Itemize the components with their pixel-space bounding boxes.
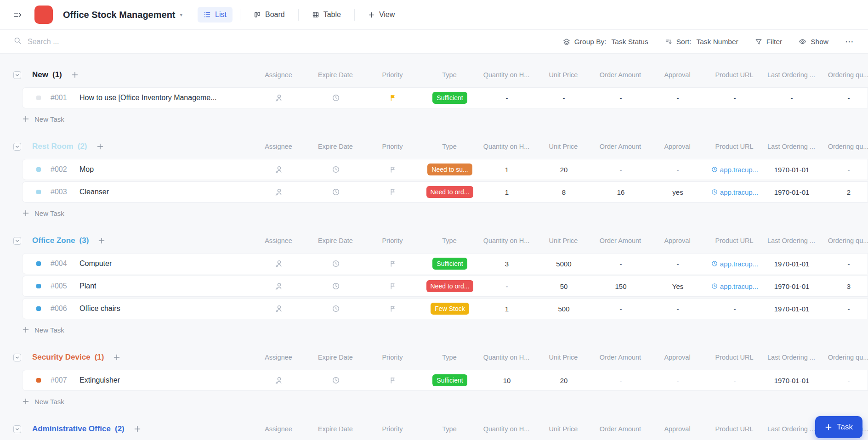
cell-product_url[interactable]: -: [706, 305, 763, 313]
add-task-in-group-icon[interactable]: [96, 143, 104, 150]
sidebar-toggle-icon[interactable]: [13, 11, 22, 19]
expire-date-icon[interactable]: [332, 305, 340, 313]
product-url-link[interactable]: app.tracup...: [711, 260, 758, 268]
cell-ordering_qty[interactable]: 2: [820, 188, 868, 196]
title-dropdown-icon[interactable]: ▾: [180, 12, 183, 18]
type-badge[interactable]: Sufficient: [432, 258, 467, 270]
column-header[interactable]: Type: [421, 143, 478, 150]
status-dot[interactable]: [36, 284, 41, 288]
column-header[interactable]: Priority: [364, 71, 421, 79]
status-dot[interactable]: [36, 378, 41, 383]
cell-last_ordering[interactable]: 1970-01-01: [763, 282, 820, 290]
column-header[interactable]: Type: [421, 425, 478, 433]
search-box[interactable]: [14, 37, 563, 46]
column-header[interactable]: Approval: [649, 143, 706, 150]
task-title[interactable]: Computer: [79, 259, 112, 268]
status-dot[interactable]: [36, 96, 41, 100]
task-title[interactable]: Mop: [79, 165, 94, 174]
column-header[interactable]: Expire Date: [307, 354, 364, 361]
sort-control[interactable]: Sort: Task Number: [665, 38, 738, 46]
cell-order_amount[interactable]: 16: [592, 188, 649, 196]
tab-list[interactable]: List: [198, 7, 233, 23]
column-header[interactable]: Type: [421, 71, 478, 79]
group-title[interactable]: Administrative Office: [32, 424, 111, 434]
column-header[interactable]: Assignee: [250, 143, 307, 150]
column-header[interactable]: Unit Price: [535, 354, 592, 361]
column-header[interactable]: Quantity on H...: [478, 71, 535, 79]
task-row[interactable]: #007ExtinguisherSufficient1020---1970-01…: [22, 370, 868, 391]
add-assignee-icon[interactable]: [275, 259, 283, 268]
type-badge[interactable]: Need to su...: [427, 164, 472, 175]
column-header[interactable]: Quantity on H...: [478, 237, 535, 244]
cell-order_amount[interactable]: -: [592, 260, 649, 268]
column-header[interactable]: Order Amount: [592, 354, 649, 361]
column-header[interactable]: Unit Price: [535, 71, 592, 79]
cell-unit_price[interactable]: -: [535, 94, 592, 102]
priority-flag-icon[interactable]: [389, 94, 397, 102]
cell-quantity[interactable]: 1: [478, 188, 535, 196]
cell-quantity[interactable]: 3: [478, 260, 535, 268]
cell-approval[interactable]: -: [649, 94, 706, 102]
cell-quantity[interactable]: -: [478, 94, 535, 102]
cell-approval[interactable]: yes: [649, 188, 706, 196]
cell-product_url[interactable]: -: [706, 94, 763, 102]
collapse-group-icon[interactable]: [13, 143, 21, 151]
add-task-in-group-icon[interactable]: [113, 354, 120, 361]
status-dot[interactable]: [36, 306, 41, 311]
column-header[interactable]: Assignee: [250, 71, 307, 79]
product-url-link[interactable]: app.tracup...: [711, 166, 758, 174]
cell-unit_price[interactable]: 20: [535, 377, 592, 384]
task-row[interactable]: #005PlantNeed to ord...-50150Yesapp.trac…: [22, 276, 868, 297]
cell-order_amount[interactable]: 150: [592, 282, 649, 290]
group-title[interactable]: Rest Room: [32, 142, 74, 151]
add-assignee-icon[interactable]: [275, 376, 283, 384]
cell-ordering_qty[interactable]: 3: [820, 282, 868, 290]
collapse-group-icon[interactable]: [13, 237, 21, 245]
column-header[interactable]: Ordering qu...: [820, 143, 868, 150]
column-header[interactable]: Approval: [649, 237, 706, 244]
cell-ordering_qty[interactable]: -: [820, 377, 868, 384]
column-header[interactable]: Order Amount: [592, 425, 649, 433]
cell-unit_price[interactable]: 8: [535, 188, 592, 196]
expire-date-icon[interactable]: [332, 376, 340, 384]
column-header[interactable]: Product URL: [706, 143, 763, 150]
cell-order_amount[interactable]: -: [592, 377, 649, 384]
cell-quantity[interactable]: 10: [478, 377, 535, 384]
cell-last_ordering[interactable]: 1970-01-01: [763, 260, 820, 268]
column-header[interactable]: Last Ordering ...: [763, 354, 820, 361]
add-assignee-icon[interactable]: [275, 282, 283, 290]
cell-last_ordering[interactable]: 1970-01-01: [763, 377, 820, 384]
status-dot[interactable]: [36, 167, 41, 172]
cell-last_ordering[interactable]: -: [763, 94, 820, 102]
cell-order_amount[interactable]: -: [592, 166, 649, 174]
cell-last_ordering[interactable]: 1970-01-01: [763, 188, 820, 196]
column-header[interactable]: Unit Price: [535, 425, 592, 433]
priority-flag-icon[interactable]: [389, 282, 397, 290]
column-header[interactable]: Ordering qu...: [820, 237, 868, 244]
project-logo[interactable]: [34, 6, 53, 24]
column-header[interactable]: Unit Price: [535, 237, 592, 244]
column-header[interactable]: Quantity on H...: [478, 425, 535, 433]
cell-quantity[interactable]: -: [478, 282, 535, 290]
task-row[interactable]: #002MopNeed to su...120--app.tracup...19…: [22, 159, 868, 180]
task-row[interactable]: #001How to use [Office Inventory Managem…: [22, 87, 868, 108]
column-header[interactable]: Priority: [364, 143, 421, 150]
cell-order_amount[interactable]: -: [592, 94, 649, 102]
add-task-in-group-icon[interactable]: [71, 71, 79, 79]
priority-flag-icon[interactable]: [389, 188, 397, 196]
cell-last_ordering[interactable]: 1970-01-01: [763, 166, 820, 174]
cell-approval[interactable]: -: [649, 166, 706, 174]
group-by-control[interactable]: Group By: Task Status: [563, 38, 648, 46]
column-header[interactable]: Quantity on H...: [478, 354, 535, 361]
collapse-group-icon[interactable]: [13, 71, 21, 79]
column-header[interactable]: Assignee: [250, 354, 307, 361]
priority-flag-icon[interactable]: [389, 260, 397, 267]
product-url-link[interactable]: app.tracup...: [711, 282, 758, 290]
column-header[interactable]: Priority: [364, 425, 421, 433]
column-header[interactable]: Type: [421, 354, 478, 361]
cell-unit_price[interactable]: 500: [535, 305, 592, 313]
task-row[interactable]: #006Office chairsFew Stock1500---1970-01…: [22, 298, 868, 319]
status-dot[interactable]: [36, 261, 41, 266]
column-header[interactable]: Product URL: [706, 354, 763, 361]
column-header[interactable]: Unit Price: [535, 143, 592, 150]
